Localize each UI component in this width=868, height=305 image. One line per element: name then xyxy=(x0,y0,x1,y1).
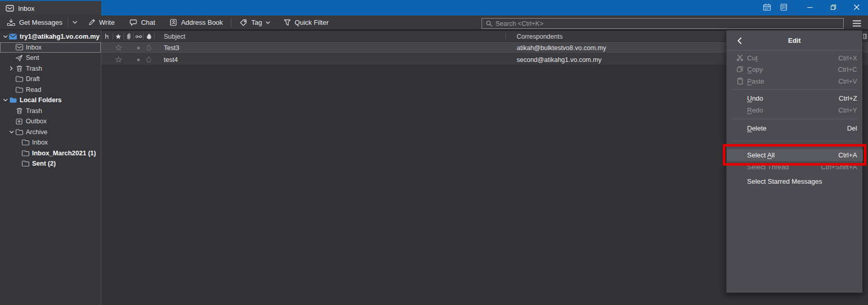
menu-item-shortcut: Ctrl+X xyxy=(839,54,857,62)
folder-icon xyxy=(15,75,23,83)
calendar-button[interactable] xyxy=(760,2,773,13)
search-box[interactable] xyxy=(482,18,844,29)
chevron-spacer xyxy=(14,150,21,157)
tab-inbox[interactable]: Inbox xyxy=(0,1,101,15)
folder-label: Read xyxy=(26,86,41,93)
chevron-spacer xyxy=(8,44,15,51)
menu-item-undo[interactable]: Undo Ctrl+Z xyxy=(727,92,863,104)
menu-item-label: Select All xyxy=(747,151,774,159)
pencil-icon xyxy=(88,19,96,26)
folder-label: Inbox_March2021 (1) xyxy=(32,150,96,157)
folder-item-inbox-march2021[interactable]: Inbox_March2021 (1) xyxy=(0,148,101,159)
get-messages-icon xyxy=(7,19,16,26)
minimize-button[interactable] xyxy=(798,0,822,14)
folder-item-draft[interactable]: Draft xyxy=(0,74,101,85)
menu-item-label: Select Starred Messages xyxy=(747,178,822,185)
menu-item-label: Cut xyxy=(747,54,757,62)
folder-label: Draft xyxy=(26,75,40,83)
folder-label: Local Folders xyxy=(20,97,61,104)
chevron-spacer xyxy=(14,139,21,146)
folder-item-account[interactable]: try1@atikahg1.vo.com.my xyxy=(0,31,101,42)
clipboard-icon xyxy=(736,77,744,85)
chevron-spacer xyxy=(8,86,15,93)
chat-label: Chat xyxy=(141,19,155,26)
scissors-icon xyxy=(736,54,744,62)
subject-column-header[interactable]: Subject xyxy=(164,30,185,42)
tag-button[interactable]: Tag xyxy=(236,17,274,29)
chat-icon xyxy=(129,19,137,26)
tag-dropdown-chevron-icon xyxy=(266,21,270,24)
folder-item-local-trash[interactable]: Trash xyxy=(0,106,101,117)
account-mail-icon xyxy=(9,33,17,40)
menu-item-select-thread: Select Thread Ctrl+Shift+A xyxy=(727,161,863,172)
folder-icon xyxy=(21,139,29,146)
funnel-icon xyxy=(284,19,291,26)
tasks-button[interactable] xyxy=(777,2,791,13)
chevron-down-icon[interactable] xyxy=(2,33,9,40)
menu-item-select-starred-messages[interactable]: Select Starred Messages xyxy=(727,175,863,187)
local-folders-icon xyxy=(9,97,17,104)
junk-column-header[interactable] xyxy=(144,30,154,42)
folder-item-archive-sent[interactable]: Sent (2) xyxy=(0,158,101,169)
tab-strip: Inbox xyxy=(0,1,101,15)
folder-label: Inbox xyxy=(26,44,42,51)
menu-item-shortcut: Ctrl+C xyxy=(838,66,857,73)
chevron-down-icon[interactable] xyxy=(2,97,9,104)
menu-item-cut: Cut Ctrl+X xyxy=(727,52,863,63)
app-menu-button[interactable] xyxy=(849,17,864,29)
star-toggle-icon[interactable] xyxy=(113,42,123,54)
attachment-column-header[interactable] xyxy=(124,30,133,42)
chevron-right-icon[interactable] xyxy=(8,65,15,72)
junk-toggle-icon[interactable] xyxy=(144,54,154,66)
folder-item-read[interactable]: Read xyxy=(0,85,101,95)
search-icon xyxy=(486,20,492,27)
folder-tree: try1@atikahg1.vo.com.my Inbox Sent Trash xyxy=(0,31,101,169)
menu-item-select-all[interactable]: Select All Ctrl+A xyxy=(727,149,863,161)
chat-button[interactable]: Chat xyxy=(126,17,159,29)
junk-toggle-icon[interactable] xyxy=(144,42,154,54)
menu-item-redo: Redo Ctrl+Y xyxy=(727,104,863,116)
folder-item-archive-inbox[interactable]: Inbox xyxy=(0,137,101,148)
read-indicator-dot[interactable] xyxy=(134,54,143,66)
read-column-header[interactable] xyxy=(134,30,143,42)
folder-item-trash[interactable]: Trash xyxy=(0,63,101,74)
menu-item-label: Undo xyxy=(747,94,763,102)
restore-button[interactable] xyxy=(822,0,845,14)
menu-item-delete[interactable]: Delete Del xyxy=(727,122,863,134)
close-icon xyxy=(854,4,860,10)
folder-icon xyxy=(21,150,29,157)
message-correspondent: atikah@bulktestvo8.vo.com.my xyxy=(517,42,606,54)
get-messages-label: Get Messages xyxy=(19,19,63,26)
get-messages-dropdown[interactable] xyxy=(70,17,80,29)
write-button[interactable]: Write xyxy=(84,17,118,29)
quick-filter-button[interactable]: Quick Filter xyxy=(280,17,332,29)
menu-item-label: Paste xyxy=(747,77,764,85)
toolbar-separator xyxy=(231,18,231,27)
close-button[interactable] xyxy=(845,0,868,14)
message-subject: test4 xyxy=(164,54,178,66)
outbox-icon xyxy=(15,118,23,125)
address-book-button[interactable]: Address Book xyxy=(166,17,226,29)
folder-icon xyxy=(15,129,23,136)
trash-icon xyxy=(15,107,23,115)
thread-column-header[interactable] xyxy=(101,30,113,42)
folder-item-local-folders[interactable]: Local Folders xyxy=(0,95,101,106)
correspondents-column-header[interactable]: Correspondents xyxy=(517,30,563,42)
chevron-spacer xyxy=(8,75,15,83)
get-messages-button[interactable]: Get Messages xyxy=(3,17,66,29)
folder-item-outbox[interactable]: Outbox xyxy=(0,116,101,127)
folder-label: Archive xyxy=(26,129,48,136)
menu-item-shortcut: Del xyxy=(847,124,857,132)
read-indicator-dot[interactable] xyxy=(134,42,143,54)
chevron-down-icon[interactable] xyxy=(8,129,15,136)
folder-item-archive[interactable]: Archive xyxy=(0,127,101,138)
tab-title: Inbox xyxy=(18,5,35,12)
sent-icon xyxy=(15,54,23,61)
folder-item-inbox[interactable]: Inbox xyxy=(0,42,101,53)
search-input[interactable] xyxy=(495,20,840,27)
folder-item-sent[interactable]: Sent xyxy=(0,53,101,63)
menu-item-shortcut: Ctrl+V xyxy=(839,77,857,85)
star-toggle-icon[interactable] xyxy=(113,54,123,66)
message-correspondent: second@atikahg1.vo.com.my xyxy=(517,54,601,66)
star-column-header[interactable] xyxy=(113,30,123,42)
